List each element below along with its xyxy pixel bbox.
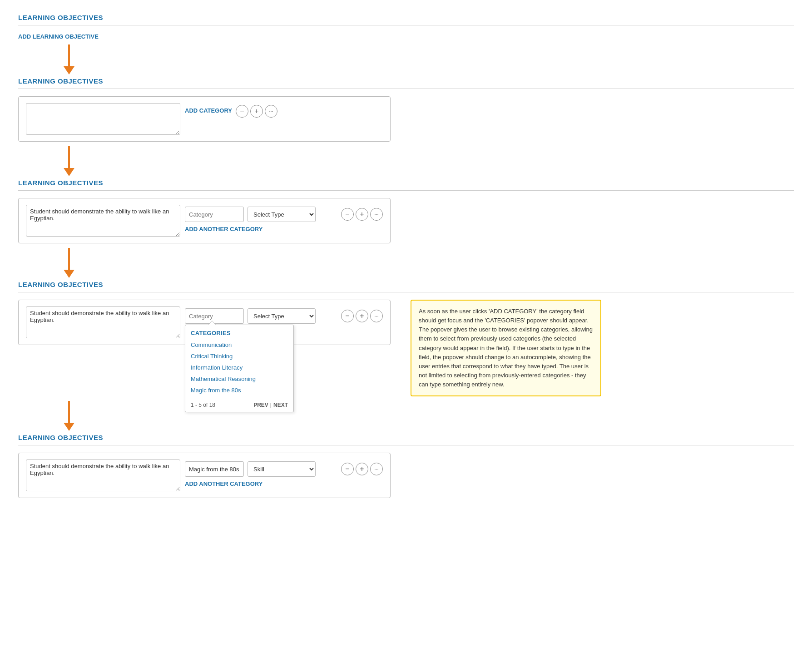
section3-textarea[interactable]: Student should demonstrate the ability t…	[26, 205, 180, 237]
section3-card: Student should demonstrate the ability t…	[18, 198, 391, 243]
popover-item-communication[interactable]: Communication	[185, 339, 293, 351]
section1-title: LEARNING OBJECTIVES	[18, 14, 794, 21]
popover-next-link[interactable]: NEXT	[273, 402, 288, 408]
arrow-3	[64, 248, 74, 278]
section5-type-select[interactable]: Select Type Skill Knowledge Attitude	[248, 461, 316, 477]
plus-button-s4[interactable]: +	[356, 310, 368, 322]
section3-title: LEARNING OBJECTIVES	[18, 179, 794, 187]
arrow-2	[64, 146, 74, 176]
add-another-category-link-s5[interactable]: ADD ANOTHER CATEGORY	[185, 480, 383, 487]
section4-type-select[interactable]: Select Type Skill Knowledge Attitude	[248, 308, 316, 324]
section5-category-input[interactable]	[185, 461, 244, 477]
popover-footer: 1 - 5 of 18 PREV | NEXT	[185, 398, 293, 412]
add-category-link-s2[interactable]: ADD CATEGORY	[185, 107, 232, 114]
section5-title: LEARNING OBJECTIVES	[18, 434, 794, 441]
section4-textarea[interactable]: Student should demonstrate the ability t…	[26, 306, 180, 338]
popover-item-information-literacy[interactable]: Information Literacy	[185, 362, 293, 373]
more-button-s2[interactable]: ···	[265, 105, 277, 118]
section3-category-input[interactable]	[185, 207, 244, 222]
section4-title: LEARNING OBJECTIVES	[18, 281, 794, 288]
arrow-1	[64, 44, 74, 74]
popover-nav-sep: |	[270, 402, 272, 408]
minus-button-s2[interactable]: −	[236, 105, 248, 118]
plus-button-s2[interactable]: +	[250, 105, 263, 118]
popover-item-mathematical-reasoning[interactable]: Mathematical Reasoning	[185, 373, 293, 385]
section3-type-select[interactable]: Select Type Skill Knowledge Attitude	[248, 207, 316, 222]
more-button-s4[interactable]: ···	[370, 310, 383, 322]
minus-button-s4[interactable]: −	[341, 310, 354, 322]
popover-nav: PREV | NEXT	[253, 402, 288, 408]
plus-button-s3[interactable]: +	[356, 208, 368, 221]
popover-item-critical-thinking[interactable]: Critical Thinking	[185, 351, 293, 362]
section5-textarea[interactable]: Student should demonstrate the ability t…	[26, 459, 180, 491]
more-button-s5[interactable]: ···	[370, 463, 383, 475]
section4-card: Student should demonstrate the ability t…	[18, 300, 391, 345]
popover-caret	[208, 321, 216, 325]
category-popover-container: CATEGORIES Communication Critical Thinki…	[185, 308, 244, 324]
popover-header: CATEGORIES	[185, 325, 293, 339]
add-learning-objective-link[interactable]: ADD LEARNING OBJECTIVE	[18, 33, 99, 40]
more-button-s3[interactable]: ···	[370, 208, 383, 221]
popover-pagination: 1 - 5 of 18	[191, 402, 215, 408]
categories-popover: CATEGORIES Communication Critical Thinki…	[185, 325, 294, 412]
arrow-4	[64, 401, 74, 431]
section2-card: ADD CATEGORY − + ···	[18, 96, 391, 142]
annotation-box: As soon as the user clicks 'ADD CATEGORY…	[411, 300, 601, 396]
minus-button-s5[interactable]: −	[341, 463, 354, 475]
minus-button-s3[interactable]: −	[341, 208, 354, 221]
section2-textarea[interactable]	[26, 103, 180, 135]
popover-item-magic-80s[interactable]: Magic from the 80s	[185, 385, 293, 396]
add-another-category-link-s3[interactable]: ADD ANOTHER CATEGORY	[185, 226, 383, 232]
popover-prev-link[interactable]: PREV	[253, 402, 268, 408]
section2-title: LEARNING OBJECTIVES	[18, 77, 794, 85]
plus-button-s5[interactable]: +	[356, 463, 368, 475]
section5-card: Student should demonstrate the ability t…	[18, 453, 391, 498]
